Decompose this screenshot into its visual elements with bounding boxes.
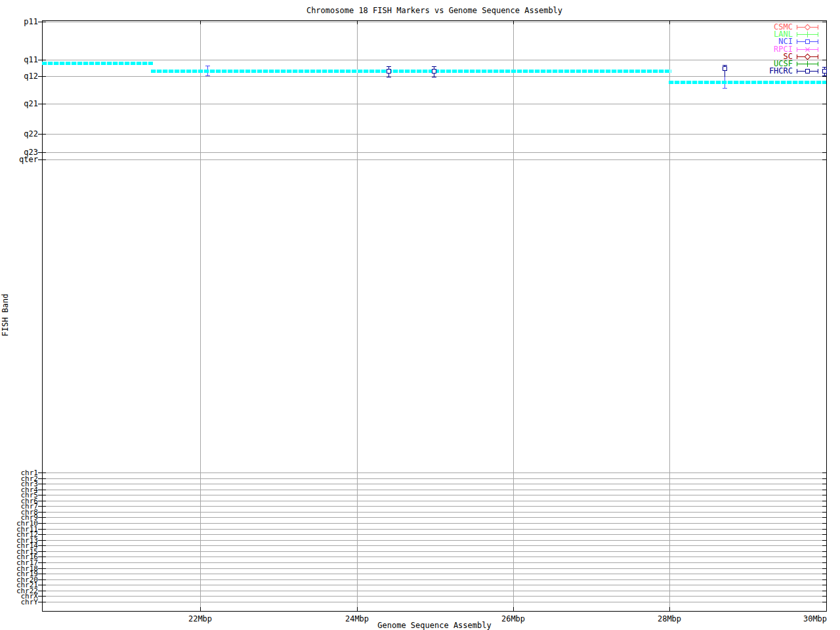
x-tick-label: 26Mbp <box>494 614 533 623</box>
errorbar-cap <box>387 66 391 67</box>
y-tick-mark <box>822 506 826 507</box>
marker-part <box>805 39 810 44</box>
y-tick-mark <box>38 506 46 507</box>
y-tick-mark <box>822 551 826 552</box>
x-axis-title: Genome Sequence Assembly <box>42 621 827 630</box>
y-tick-mark <box>38 478 46 479</box>
y-tick-mark <box>38 517 46 518</box>
y-tick-mark <box>38 579 46 580</box>
marker-part <box>805 69 810 74</box>
errorbar-cap <box>205 66 210 66</box>
fish-band-segment <box>669 81 826 84</box>
y-tick-mark <box>822 545 826 546</box>
y-tick-mark <box>38 484 46 484</box>
y-tick-mark <box>38 545 46 546</box>
y-tick-mark <box>822 134 826 135</box>
y-tick-mark <box>822 540 826 541</box>
errorbar-cap <box>723 88 727 89</box>
data-point-marker <box>432 69 436 74</box>
y-tick-mark <box>822 152 826 153</box>
y-tick-mark <box>822 512 826 513</box>
legend-label: FHCRC <box>656 66 793 75</box>
y-tick-mark <box>822 472 826 473</box>
errorbar-cap <box>432 66 436 67</box>
errorbar-cap <box>432 77 436 77</box>
errorbar-cap <box>822 67 827 68</box>
x-tick-label: 22Mbp <box>180 614 220 623</box>
legend-sample-cap <box>818 69 818 74</box>
legend-sample-cap <box>797 69 797 74</box>
y-tick-mark <box>38 76 46 77</box>
x-tick-mark <box>826 21 827 24</box>
x-tick-mark <box>357 21 358 24</box>
fish-markers-chart: Chromosome 18 FISH Markers vs Genome Seq… <box>0 0 840 630</box>
data-point-marker <box>387 69 391 74</box>
y-tick-mark <box>822 529 826 530</box>
legend-marker-square-icon <box>805 39 810 45</box>
y-tick-mark <box>38 512 46 513</box>
y-tick-label: q11 <box>0 55 38 64</box>
y-tick-mark <box>38 104 46 104</box>
legend-sample-cap <box>818 47 818 52</box>
legend-marker-square-icon <box>805 68 810 74</box>
fish-band-segment <box>151 70 671 73</box>
fish-band-segment <box>42 62 153 65</box>
legend-sample-cap <box>797 32 797 37</box>
y-tick-mark <box>822 596 826 597</box>
legend-sample-cap <box>818 32 818 37</box>
y-tick-mark <box>38 602 46 602</box>
x-tick-label: 28Mbp <box>650 614 689 623</box>
legend-sample-cap <box>797 54 797 59</box>
y-tick-mark <box>822 602 826 602</box>
y-tick-mark <box>822 523 826 524</box>
y-tick-mark <box>38 591 46 591</box>
y-tick-mark <box>822 484 826 484</box>
y-tick-mark <box>38 529 46 530</box>
y-tick-mark <box>822 104 826 104</box>
chr-tick-label: chrY <box>0 598 38 606</box>
y-tick-label: q21 <box>0 99 38 108</box>
y-tick-mark <box>822 556 826 557</box>
y-tick-mark <box>38 568 46 569</box>
legend-marker-diamond-icon <box>805 24 810 30</box>
y-tick-mark <box>822 585 826 585</box>
y-tick-mark <box>822 159 826 160</box>
y-tick-mark <box>38 556 46 557</box>
legend-sample-cap <box>818 62 818 66</box>
y-tick-mark <box>822 501 826 501</box>
y-tick-mark <box>38 534 46 535</box>
x-tick-mark <box>357 607 358 611</box>
y-tick-mark <box>38 22 46 22</box>
plot-area <box>42 20 827 611</box>
x-tick-mark <box>200 607 201 611</box>
marker-part <box>807 61 808 67</box>
y-tick-label: q22 <box>0 129 38 138</box>
y-tick-label: qter <box>0 155 38 164</box>
legend-marker-plus-icon <box>805 61 810 67</box>
x-tick-label: 24Mbp <box>337 614 377 623</box>
y-tick-mark <box>38 152 46 153</box>
data-point-marker <box>822 69 827 74</box>
y-tick-mark <box>38 60 46 60</box>
y-tick-mark <box>822 478 826 479</box>
marker-part <box>805 53 811 60</box>
marker-part <box>807 32 808 37</box>
y-tick-mark <box>38 596 46 597</box>
legend-sample-cap <box>797 25 797 30</box>
x-tick-label: 30Mbp <box>795 614 835 623</box>
errorbar-cap <box>205 75 210 76</box>
y-tick-mark <box>822 76 826 77</box>
y-tick-mark <box>38 159 46 160</box>
legend-sample-cap <box>818 39 818 44</box>
legend-sample-cap <box>818 54 818 59</box>
y-tick-mark <box>38 523 46 524</box>
legend-sample-cap <box>797 39 797 44</box>
legend-sample-cap <box>818 25 818 30</box>
y-tick-label: q12 <box>0 72 38 81</box>
y-tick-mark <box>822 22 826 22</box>
y-tick-mark <box>822 568 826 569</box>
legend-marker-diamond-icon <box>805 54 810 60</box>
legend-marker-plus-icon <box>805 32 810 37</box>
y-tick-mark <box>38 134 46 135</box>
y-tick-mark <box>822 574 826 574</box>
